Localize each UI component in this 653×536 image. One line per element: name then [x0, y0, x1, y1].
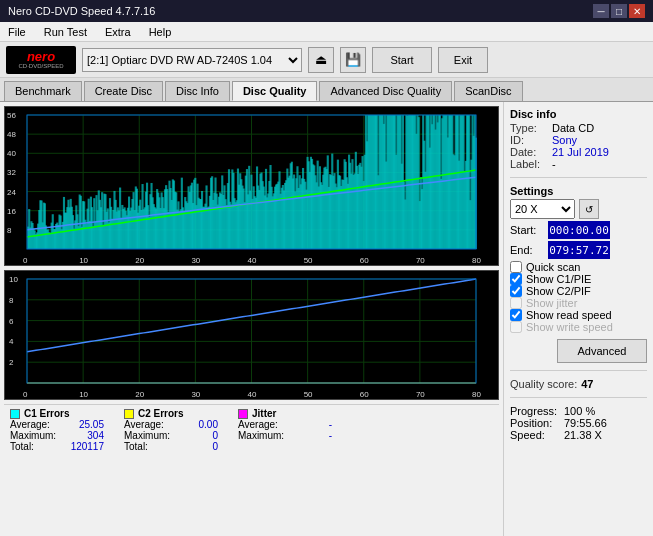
show-write-speed-label: Show write speed: [526, 321, 613, 333]
c2-color-box: [124, 409, 134, 419]
tab-scandisc[interactable]: ScanDisc: [454, 81, 522, 101]
c1-stats: C1 Errors Average: 25.05 Maximum: 304 To…: [10, 408, 104, 452]
tab-bar: Benchmark Create Disc Disc Info Disc Qua…: [0, 78, 653, 102]
disc-date-label: Date:: [510, 146, 548, 158]
tab-create-disc[interactable]: Create Disc: [84, 81, 163, 101]
tab-disc-info[interactable]: Disc Info: [165, 81, 230, 101]
speed-select[interactable]: 20 X Maximum 4 X 8 X 12 X 16 X 24 X: [510, 199, 575, 219]
show-jitter-checkbox[interactable]: [510, 297, 522, 309]
show-c1-checkbox[interactable]: [510, 273, 522, 285]
tab-disc-quality[interactable]: Disc Quality: [232, 81, 318, 101]
titlebar-controls: ─ □ ✕: [593, 4, 645, 18]
menu-runtest[interactable]: Run Test: [40, 25, 91, 39]
c2-max-value: 0: [178, 430, 218, 441]
jitter-avg-label: Average:: [238, 419, 288, 430]
show-c2-checkbox[interactable]: [510, 285, 522, 297]
show-read-speed-row: Show read speed: [510, 309, 647, 321]
c1-avg-label: Average:: [10, 419, 60, 430]
tab-advanced-disc-quality[interactable]: Advanced Disc Quality: [319, 81, 452, 101]
c2-avg-label: Average:: [124, 419, 174, 430]
show-c1-row: Show C1/PIE: [510, 273, 647, 285]
position-value: 79:55.66: [564, 417, 607, 429]
eject-button[interactable]: ⏏: [308, 47, 334, 73]
speed-refresh-button[interactable]: ↺: [579, 199, 599, 219]
jitter-color-box: [238, 409, 248, 419]
stats-bar: C1 Errors Average: 25.05 Maximum: 304 To…: [4, 404, 499, 455]
c2-chart: [4, 270, 499, 400]
jitter-stats: Jitter Average: - Maximum: -: [238, 408, 332, 452]
start-button[interactable]: Start: [372, 47, 432, 73]
advanced-button[interactable]: Advanced: [557, 339, 647, 363]
disc-label-label: Label:: [510, 158, 548, 170]
quality-score-row: Quality score: 47: [510, 378, 647, 390]
c1-chart: [4, 106, 499, 266]
logo-sub-text: CD·DVD/SPEED: [18, 63, 63, 69]
maximize-button[interactable]: □: [611, 4, 627, 18]
drive-select[interactable]: [2:1] Optiarc DVD RW AD-7240S 1.04: [82, 48, 302, 72]
divider-3: [510, 397, 647, 398]
show-jitter-label: Show jitter: [526, 297, 577, 309]
save-button[interactable]: 💾: [340, 47, 366, 73]
start-label: Start:: [510, 224, 544, 236]
show-read-speed-checkbox[interactable]: [510, 309, 522, 321]
jitter-max-label: Maximum:: [238, 430, 288, 441]
disc-id-label: ID:: [510, 134, 548, 146]
end-label: End:: [510, 244, 544, 256]
quality-score-value: 47: [581, 378, 593, 390]
c1-total-label: Total:: [10, 441, 60, 452]
c1-avg-value: 25.05: [64, 419, 104, 430]
c2-max-label: Maximum:: [124, 430, 174, 441]
titlebar-title: Nero CD-DVD Speed 4.7.7.16: [8, 5, 155, 17]
start-input[interactable]: [548, 221, 610, 239]
divider-1: [510, 177, 647, 178]
c1-total-value: 120117: [64, 441, 104, 452]
disc-date-value: 21 Jul 2019: [552, 146, 609, 158]
progress-section: Progress: 100 % Position: 79:55.66 Speed…: [510, 405, 647, 441]
minimize-button[interactable]: ─: [593, 4, 609, 18]
app-logo: nero CD·DVD/SPEED: [6, 46, 76, 74]
logo-nero-text: nero: [27, 50, 55, 63]
c1-max-value: 304: [64, 430, 104, 441]
speed-label: Speed:: [510, 429, 560, 441]
charts-area: C1 Errors Average: 25.05 Maximum: 304 To…: [0, 102, 503, 536]
quick-scan-label: Quick scan: [526, 261, 580, 273]
show-c1-label: Show C1/PIE: [526, 273, 591, 285]
speed-value: 21.38 X: [564, 429, 602, 441]
quick-scan-checkbox[interactable]: [510, 261, 522, 273]
divider-2: [510, 370, 647, 371]
show-read-speed-label: Show read speed: [526, 309, 612, 321]
right-panel: Disc info Type: Data CD ID: Sony Date: 2…: [503, 102, 653, 536]
quick-scan-row: Quick scan: [510, 261, 647, 273]
c2-avg-value: 0.00: [178, 419, 218, 430]
exit-button[interactable]: Exit: [438, 47, 488, 73]
settings-title: Settings: [510, 185, 647, 197]
close-button[interactable]: ✕: [629, 4, 645, 18]
jitter-avg-value: -: [292, 419, 332, 430]
c2-stats-title: C2 Errors: [124, 408, 218, 419]
menubar: File Run Test Extra Help: [0, 22, 653, 42]
c1-stats-title: C1 Errors: [10, 408, 104, 419]
show-c2-label: Show C2/PIF: [526, 285, 591, 297]
c1-color-box: [10, 409, 20, 419]
disc-info-section: Disc info Type: Data CD ID: Sony Date: 2…: [510, 108, 647, 170]
tab-benchmark[interactable]: Benchmark: [4, 81, 82, 101]
c2-stats: C2 Errors Average: 0.00 Maximum: 0 Total…: [124, 408, 218, 452]
disc-type-value: Data CD: [552, 122, 594, 134]
menu-help[interactable]: Help: [145, 25, 176, 39]
c1-label: C1 Errors: [24, 408, 70, 419]
main-content: C1 Errors Average: 25.05 Maximum: 304 To…: [0, 102, 653, 536]
end-input[interactable]: [548, 241, 610, 259]
progress-label: Progress:: [510, 405, 560, 417]
position-label: Position:: [510, 417, 560, 429]
jitter-max-value: -: [292, 430, 332, 441]
show-write-speed-checkbox[interactable]: [510, 321, 522, 333]
menu-extra[interactable]: Extra: [101, 25, 135, 39]
show-write-speed-row: Show write speed: [510, 321, 647, 333]
disc-info-title: Disc info: [510, 108, 647, 120]
show-jitter-row: Show jitter: [510, 297, 647, 309]
toolbar: nero CD·DVD/SPEED [2:1] Optiarc DVD RW A…: [0, 42, 653, 78]
progress-value: 100 %: [564, 405, 595, 417]
titlebar: Nero CD-DVD Speed 4.7.7.16 ─ □ ✕: [0, 0, 653, 22]
menu-file[interactable]: File: [4, 25, 30, 39]
c2-total-label: Total:: [124, 441, 174, 452]
